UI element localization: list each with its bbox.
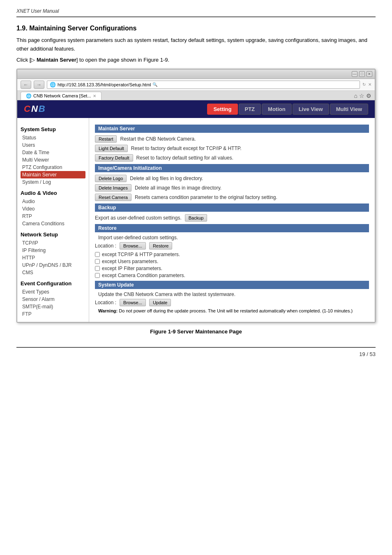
browser-titlebar: — □ ✕ xyxy=(17,69,375,79)
system-update-text: Update the CNB Network Camera with the l… xyxy=(95,291,369,297)
sidebar-section-network-setup: Network Setup xyxy=(21,231,85,238)
reset-camera-text: Resets camera condition parameter to the… xyxy=(135,194,277,200)
home-icon[interactable]: ⌂ xyxy=(354,92,357,99)
tab-globe-icon: 🌐 xyxy=(26,93,32,99)
restore-location-label: Location : xyxy=(95,243,116,249)
checkbox-camera-cond-label: except Camera Condition parameters. xyxy=(102,273,185,278)
panel-row-delete-logo: Delete Logo Delete all log files in log … xyxy=(95,175,369,182)
sidebar-item-http[interactable]: HTTP xyxy=(21,254,85,261)
checkbox-ipfilter[interactable] xyxy=(95,266,100,271)
sidebar-item-upnp[interactable]: UPnP / DynDNS / BJR xyxy=(21,261,85,269)
update-browse-button[interactable]: Browse... xyxy=(120,299,146,306)
click-note: Click [▷ Maintain Server] to open the pa… xyxy=(16,57,376,63)
minimize-button[interactable]: — xyxy=(352,71,357,77)
manual-header: XNET User Manual xyxy=(16,8,376,17)
globe-icon: 🌐 xyxy=(50,82,56,88)
restart-text: Restart the CNB Network Camera. xyxy=(120,136,196,142)
checkbox-tcpip[interactable] xyxy=(95,252,100,257)
address-bar[interactable]: 🌐 http://192.168.123.35/html/operator/Se… xyxy=(47,81,360,89)
checkbox-row-users: except Users parameters. xyxy=(95,259,369,264)
panel-row-restore-location: Location : Browse... Restore xyxy=(95,242,369,250)
sidebar-item-tcpip[interactable]: TCP/IP xyxy=(21,239,85,247)
panel-row-factory-default: Factory Default Reset to factory default… xyxy=(95,154,369,162)
checkbox-ipfilter-label: except IP Filter parameters. xyxy=(102,266,162,271)
sidebar-item-video[interactable]: Video xyxy=(21,205,85,213)
light-default-button[interactable]: Light Default xyxy=(95,145,128,152)
sidebar-item-status[interactable]: Status xyxy=(21,134,85,141)
backup-button[interactable]: Backup xyxy=(185,214,208,222)
sidebar-item-users[interactable]: Users xyxy=(21,141,85,149)
panel-row-light-default: Light Default Reset to factory default e… xyxy=(95,145,369,152)
sidebar-item-datetime[interactable]: Date & Time xyxy=(21,149,85,156)
restore-import-text: Import user-defined custom settings. xyxy=(95,235,369,240)
delete-logo-button[interactable]: Delete Logo xyxy=(95,175,127,182)
section-title: 1.9. Maintaining Server Configurations xyxy=(16,25,376,32)
panel-row-reset-camera: Reset Camera Resets camera condition par… xyxy=(95,194,369,201)
update-button[interactable]: Update xyxy=(149,299,171,306)
sidebar-item-event-types[interactable]: Event Types xyxy=(21,288,85,296)
sidebar-section-event-config: Event Configuration xyxy=(21,280,85,287)
panel-header-maintain-server: Maintain Server xyxy=(95,125,369,133)
search-icon: 🔍 xyxy=(152,82,157,87)
sidebar-section-system-setup: System Setup xyxy=(21,126,85,132)
panel-header-backup: Backup xyxy=(95,204,369,212)
sidebar-item-sensor-alarm[interactable]: Sensor / Alarm xyxy=(21,296,85,303)
active-tab[interactable]: 🌐 CNB Network Camera [Set... ✕ xyxy=(21,92,101,100)
sidebar-item-smtp[interactable]: SMTP(E-mail) xyxy=(21,303,85,310)
restore-button[interactable]: Restore xyxy=(149,242,173,250)
forward-button[interactable]: → xyxy=(34,81,44,89)
sidebar-item-system-log[interactable]: System / Log xyxy=(21,178,85,186)
back-button[interactable]: ← xyxy=(21,81,31,89)
panel-row-update-location: Location : Browse... Update xyxy=(95,299,369,306)
refresh-icon[interactable]: ↻ xyxy=(362,82,366,87)
tab-bar: 🌐 CNB Network Camera [Set... ✕ ⌂ ☆ ⚙ xyxy=(17,91,375,100)
nav-ptz-button[interactable]: PTZ xyxy=(239,104,261,115)
checkbox-row-ipfilter: except IP Filter parameters. xyxy=(95,266,369,271)
page-footer: 19 / 53 xyxy=(16,347,376,357)
delete-images-button[interactable]: Delete Images xyxy=(95,184,131,192)
panel-header-restore: Restore xyxy=(95,224,369,232)
cnb-logo: CNB xyxy=(24,104,46,114)
nav-liveview-button[interactable]: Live View xyxy=(293,104,329,115)
figure-caption: Figure 1-9 Server Maintenance Page xyxy=(16,328,376,335)
restore-button[interactable]: □ xyxy=(359,71,365,77)
sidebar-item-audio[interactable]: Audio xyxy=(21,198,85,205)
sidebar-item-camera-conditions[interactable]: Camera Conditions xyxy=(21,220,85,227)
browser-toolbar-icons: ⌂ ☆ ⚙ xyxy=(354,92,371,99)
browser-addressbar: ← → 🌐 http://192.168.123.35/html/operato… xyxy=(17,79,375,91)
nav-motion-button[interactable]: Motion xyxy=(262,104,292,115)
close-nav-icon[interactable]: ✕ xyxy=(368,82,371,87)
update-location-label: Location : xyxy=(95,300,116,305)
panel-row-restart: Restart Restart the CNB Network Camera. xyxy=(95,135,369,143)
sidebar-item-maintain-server[interactable]: Maintain Server xyxy=(21,171,85,178)
reset-camera-button[interactable]: Reset Camera xyxy=(95,194,131,201)
settings-icon[interactable]: ⚙ xyxy=(366,92,371,99)
close-button[interactable]: ✕ xyxy=(367,71,372,77)
checkbox-row-camera-cond: except Camera Condition parameters. xyxy=(95,273,369,278)
favorite-icon[interactable]: ☆ xyxy=(359,92,364,99)
checkbox-camera-cond[interactable] xyxy=(95,273,100,278)
sidebar-item-ftp[interactable]: FTP xyxy=(21,310,85,318)
section-description: This page configures system parameters s… xyxy=(16,36,376,53)
camera-body: System Setup Status Users Date & Time Mu… xyxy=(17,118,375,322)
restore-browse-button[interactable]: Browse... xyxy=(120,242,146,250)
panel-row-backup: Export as user-defined custom settings. … xyxy=(95,214,369,222)
nav-multiview-button[interactable]: Multi View xyxy=(330,104,368,115)
panel-header-system-update: System Update xyxy=(95,281,369,289)
restart-button[interactable]: Restart xyxy=(95,135,117,143)
tab-close-icon[interactable]: ✕ xyxy=(93,94,96,98)
light-default-text: Reset to factory default except for TCP/… xyxy=(131,146,242,151)
sidebar-item-ip-filtering[interactable]: IP Filtering xyxy=(21,247,85,254)
warning-detail: Do not power off during the update proce… xyxy=(119,308,353,313)
sidebar: System Setup Status Users Date & Time Mu… xyxy=(17,118,89,322)
factory-default-button[interactable]: Factory Default xyxy=(95,154,133,162)
sidebar-item-multiviewer[interactable]: Multi Viewer xyxy=(21,156,85,164)
checkbox-users[interactable] xyxy=(95,259,100,264)
camera-app: CNB Setting PTZ Motion Live View Multi V… xyxy=(17,100,375,322)
nav-setting-button[interactable]: Setting xyxy=(207,104,238,115)
delete-images-text: Delete all image files in image director… xyxy=(135,185,221,191)
sidebar-item-cms[interactable]: CMS xyxy=(21,269,85,276)
checkbox-users-label: except Users parameters. xyxy=(102,259,158,264)
sidebar-item-ptz-config[interactable]: PTZ Configuration xyxy=(21,164,85,171)
sidebar-item-rtp[interactable]: RTP xyxy=(21,213,85,220)
